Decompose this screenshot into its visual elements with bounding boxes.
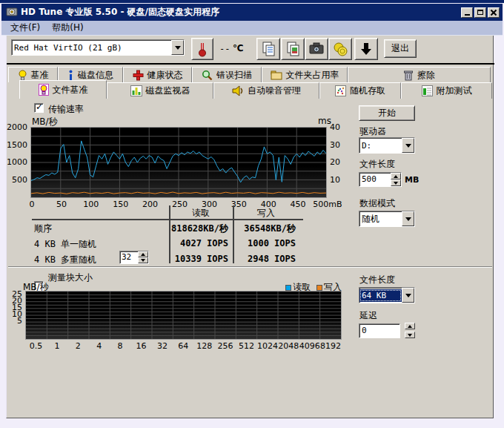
tab-label: 附加测试 [437, 85, 472, 97]
drive-combo-value: D: [359, 139, 402, 152]
donate-button[interactable] [328, 38, 352, 60]
axis-tick-label: 8192 [316, 341, 345, 351]
info-icon [67, 70, 74, 81]
extra-tests-icon [422, 85, 433, 96]
donate-icon [332, 41, 348, 57]
drive-label: 驱动器 [359, 125, 386, 138]
file-length-down-button[interactable] [391, 180, 401, 186]
row-sequential-label: 顺序 [34, 223, 52, 235]
menu-item-file[interactable]: 文件(F) [4, 20, 46, 36]
row-4k-single-label: 4 KB 单一随机 [34, 238, 96, 251]
block-file-length-dropdown-button[interactable] [402, 288, 414, 303]
queue-depth-down-button[interactable] [138, 257, 148, 263]
tab-label: 磁盘监视器 [146, 85, 190, 97]
data-mode-dropdown-button[interactable] [402, 211, 414, 226]
minimize-button[interactable] [461, 7, 473, 18]
tab-health[interactable]: 健康状态 [123, 67, 192, 82]
block-file-length-label: 文件长度 [359, 274, 395, 286]
file-length-unit: MB [405, 175, 419, 185]
chevron-down-icon [405, 217, 411, 221]
write-legend-swatch [316, 285, 322, 291]
drive-select-combo[interactable]: Red Hat VirtIO (21 gB) [11, 39, 185, 56]
save-icon [359, 41, 374, 57]
queue-depth-up-button[interactable] [138, 251, 148, 257]
tab-disk-monitor[interactable]: 磁盘监视器 [107, 82, 213, 99]
copy-text-icon [261, 41, 276, 57]
copy-image-button[interactable] [281, 38, 305, 60]
chevron-down-icon [405, 144, 411, 148]
speaker-icon [232, 85, 244, 96]
app-window: HD Tune 专业版 5.50 - 硬盘/固态硬盘实用程序 文件(F) 帮助(… [0, 0, 504, 428]
exit-button[interactable]: 退出 [384, 39, 417, 58]
block-size-chart [25, 291, 342, 340]
window-title: HD Tune 专业版 5.50 - 硬盘/固态硬盘实用程序 [21, 6, 219, 19]
tab-label: 擦除 [417, 69, 435, 82]
block-size-label: 测量块大小 [48, 271, 93, 284]
arrow-down-icon [408, 334, 412, 337]
titlebar[interactable]: HD Tune 专业版 5.50 - 硬盘/固态硬盘实用程序 [1, 4, 503, 21]
tab-error-scan[interactable]: 错误扫描 [192, 67, 262, 82]
tab-label: 文件基准 [53, 84, 88, 96]
drive-combo-dropdown-button[interactable] [402, 138, 414, 153]
tab-folder-usage[interactable]: 文件夹占用率 [262, 67, 348, 82]
read-header: 读取 [169, 207, 233, 220]
queue-depth-value: 32 [120, 251, 138, 263]
tab-label: 磁盘信息 [78, 69, 113, 82]
temperature-button[interactable] [191, 38, 213, 60]
axis-tick-label: 0 [16, 200, 48, 209]
menu-item-help[interactable]: 帮助(H) [46, 20, 89, 36]
tab-label: 文件夹占用率 [286, 69, 339, 82]
queue-depth-spinner[interactable]: 32 [119, 251, 149, 264]
screenshot-button[interactable] [305, 38, 328, 60]
data-mode-combo[interactable]: 随机 [359, 211, 415, 227]
start-button[interactable]: 开始 [359, 105, 415, 121]
transfer-rate-checkbox[interactable] [34, 103, 44, 113]
save-button[interactable] [354, 38, 378, 60]
row-4k-multi-read: 10339 IOPS [169, 254, 228, 264]
tab-file-benchmark-active[interactable]: 文件基准 [19, 80, 107, 99]
chevron-down-icon [175, 46, 181, 50]
axis-tick-label: 5 [7, 316, 22, 326]
drive-select-dropdown-button[interactable] [171, 40, 184, 55]
table-header-rule [32, 219, 303, 220]
delay-down-button[interactable] [405, 332, 415, 338]
axis-tick-label: 50 [45, 200, 78, 209]
file-benchmark-icon [39, 84, 49, 96]
axis-tick-label: 40 [330, 122, 340, 132]
file-length-up-button[interactable] [391, 173, 401, 180]
row-4k-single-write: 1000 IOPS [233, 238, 296, 248]
close-button[interactable] [488, 7, 500, 18]
copy-image-icon [285, 41, 300, 57]
bar-chart-icon [130, 85, 142, 96]
thermometer-icon [196, 41, 208, 57]
row-sequential-write: 36548KB/秒 [233, 223, 296, 235]
axis-tick-label: 500 [7, 175, 27, 185]
delay-label: 延迟 [359, 309, 377, 322]
arrow-up-icon [408, 325, 412, 328]
delay-up-button[interactable] [405, 323, 415, 329]
temperature-value: -- [219, 44, 230, 54]
axis-tick-label: 2000 [7, 122, 27, 132]
tab-aam[interactable]: 自动噪音管理 [213, 82, 319, 99]
camera-icon [308, 42, 325, 56]
axis-tick-label: 20 [330, 157, 340, 167]
tab-extra-tests[interactable]: 附加测试 [401, 82, 492, 99]
delay-value: 0 [359, 324, 399, 337]
delay-field[interactable]: 0 [359, 323, 400, 338]
client-area: Red Hat VirtIO (21 gB) -- ℃ [6, 36, 494, 418]
arrow-down-icon [141, 259, 145, 262]
block-file-length-value: 64 KB [359, 289, 402, 302]
drive-combo[interactable]: D: [359, 137, 415, 154]
arrow-down-icon [394, 182, 398, 185]
chevron-down-icon [405, 294, 411, 297]
block-file-length-combo[interactable]: 64 KB [359, 287, 415, 303]
health-cross-icon [133, 70, 144, 81]
copy-text-button[interactable] [256, 38, 280, 60]
row-sequential-read: 818628KB/秒 [169, 223, 228, 235]
tab-erase[interactable]: 擦除 [348, 67, 491, 82]
maximize-button[interactable] [474, 7, 486, 18]
axis-tick-label: 10 [330, 175, 340, 185]
tab-random-access[interactable]: 随机存取 [319, 82, 401, 99]
file-length-spinner[interactable]: 500 [359, 172, 402, 187]
row-4k-single-read: 4027 IOPS [169, 238, 228, 248]
